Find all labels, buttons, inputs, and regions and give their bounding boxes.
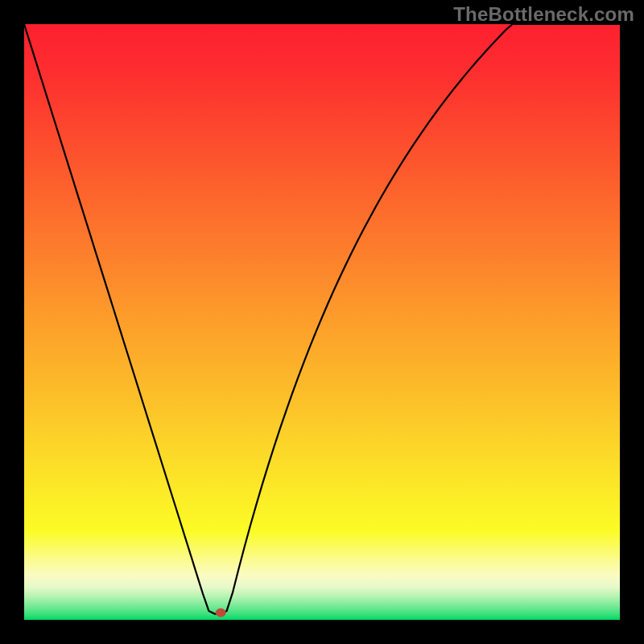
gradient-background xyxy=(24,24,620,620)
plot-area xyxy=(24,24,620,620)
chart-container: TheBottleneck.com xyxy=(0,0,644,644)
chart-svg xyxy=(24,24,620,620)
watermark-text: TheBottleneck.com xyxy=(453,3,634,26)
minimum-marker xyxy=(216,609,225,617)
